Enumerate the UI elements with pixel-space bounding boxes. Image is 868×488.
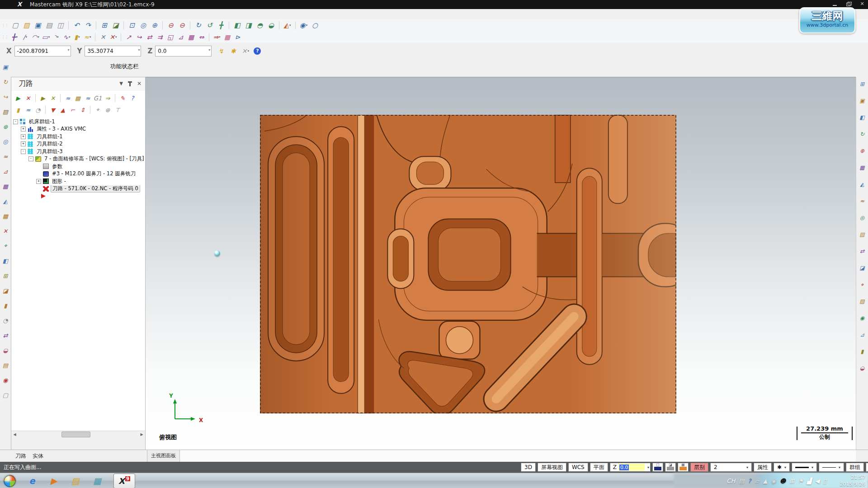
- right-toolbar-icon-1[interactable]: ⊞: [858, 80, 866, 88]
- right-toolbar-icon-2[interactable]: ▣: [858, 97, 866, 104]
- menu-item[interactable]: [118, 9, 129, 19]
- right-toolbar-icon-18[interactable]: ◒: [858, 365, 866, 372]
- chevron-down-icon[interactable]: ▾: [138, 48, 140, 52]
- left-mru-icon-12[interactable]: ✕: [1, 227, 9, 235]
- xform-project-icon[interactable]: ⊿: [175, 32, 186, 42]
- left-mru-icon-10[interactable]: ◭: [1, 197, 9, 205]
- redo-icon[interactable]: ↷: [82, 20, 94, 30]
- menu-item[interactable]: [12, 9, 24, 19]
- menu-item[interactable]: [59, 9, 71, 19]
- right-toolbar-icon-13[interactable]: ⌖: [858, 281, 866, 288]
- verify-icon[interactable]: ▩: [73, 94, 83, 103]
- graphics-viewport[interactable]: Y X 俯视图 27.239 mm 公制: [146, 77, 856, 450]
- left-mru-icon-7[interactable]: ≈: [1, 153, 9, 160]
- restore-button[interactable]: [845, 1, 852, 7]
- ie-icon[interactable]: e: [27, 475, 38, 486]
- left-mru-icon-1[interactable]: ▣: [1, 63, 9, 70]
- qq-icon[interactable]: ☻: [780, 478, 786, 484]
- y-coordinate-input[interactable]: 35.30774 ▾: [85, 46, 141, 56]
- pan-icon[interactable]: ╋: [215, 20, 226, 30]
- main-view-panel-tab[interactable]: 主视图面板: [147, 450, 180, 462]
- right-toolbar-icon-17[interactable]: ▮: [858, 348, 866, 355]
- wcs-button[interactable]: WCS: [568, 463, 588, 472]
- left-mru-icon-17[interactable]: ▮: [1, 302, 9, 309]
- right-toolbar-icon-10[interactable]: ▤: [858, 231, 866, 238]
- ghost-operations-icon[interactable]: ◔: [33, 105, 43, 114]
- trim-toolpath-icon[interactable]: ⌖: [93, 105, 103, 114]
- scrollbar-thumb[interactable]: [61, 432, 90, 437]
- chevron-down-icon[interactable]: ▾: [746, 465, 748, 469]
- left-mru-icon-20[interactable]: ◒: [1, 347, 9, 354]
- left-mru-icon-6[interactable]: ◎: [1, 138, 9, 145]
- print-icon[interactable]: ▤: [43, 20, 55, 30]
- right-toolbar-icon-3[interactable]: ◧: [858, 114, 866, 121]
- left-mru-icon-11[interactable]: ▩: [1, 212, 9, 220]
- restore-tray-icon[interactable]: ▱: [755, 478, 759, 484]
- explorer-icon[interactable]: ▨: [70, 475, 81, 486]
- create-spline-icon[interactable]: ∿: [61, 32, 72, 42]
- show-hidden-icon[interactable]: ▲: [763, 478, 767, 484]
- regen-selected-icon[interactable]: ▶: [38, 94, 48, 103]
- left-mru-icon-15[interactable]: ⊞: [1, 272, 9, 279]
- volume-icon[interactable]: ◀: [815, 478, 820, 484]
- left-mru-icon-23[interactable]: ▢: [1, 391, 9, 399]
- tree-expander[interactable]: +: [36, 179, 41, 184]
- menu-item[interactable]: [24, 9, 35, 19]
- z-coordinate-input[interactable]: 0.0 ▾: [155, 46, 212, 56]
- menu-item[interactable]: [0, 9, 12, 19]
- right-toolbar-icon-14[interactable]: ▨: [858, 298, 866, 305]
- left-mru-icon-19[interactable]: ⇄: [1, 332, 9, 339]
- g1-code-icon[interactable]: G1: [93, 94, 103, 103]
- shading-icon[interactable]: ◉: [298, 20, 309, 30]
- tree-expander[interactable]: -: [13, 119, 18, 124]
- create-point-icon[interactable]: ╋: [9, 32, 20, 42]
- select-geometry-icon[interactable]: ⊕: [103, 105, 113, 114]
- right-toolbar-icon-5[interactable]: ⊕: [858, 147, 866, 155]
- create-fillet-icon[interactable]: ◝: [51, 32, 61, 42]
- zoom-target-icon[interactable]: ◎: [137, 20, 149, 30]
- print-preview-icon[interactable]: ◫: [55, 20, 66, 30]
- side-view-icon[interactable]: ◓: [254, 20, 265, 30]
- tool-plane-chip[interactable]: ◪: [665, 463, 676, 472]
- panel-horizontal-scrollbar[interactable]: ◀ ▶: [11, 431, 145, 438]
- regen-invalid-icon[interactable]: ✕: [48, 94, 58, 103]
- tree-operation-7[interactable]: - 7 - 曲面精修等高 - [WCS: 俯视图] - [刀具]: [28, 155, 145, 163]
- clear-selection-icon[interactable]: ✕: [240, 46, 251, 56]
- wireframe-icon[interactable]: ○: [309, 20, 321, 30]
- zoom-previous-icon[interactable]: ⊖: [165, 20, 176, 30]
- xform-offset-icon[interactable]: ⇉: [155, 32, 165, 42]
- create-line-icon[interactable]: ∕: [20, 32, 30, 42]
- xform-translate-icon[interactable]: ↗: [123, 32, 134, 42]
- xform-array-icon[interactable]: ▦: [186, 32, 196, 42]
- undo-icon[interactable]: ↶: [71, 20, 82, 30]
- wcs-cube-icon[interactable]: ◭: [282, 20, 293, 30]
- grid-icon[interactable]: ▦: [222, 32, 232, 42]
- select-all-operations-icon[interactable]: ▶: [13, 94, 23, 103]
- status-help-button[interactable]: ?: [866, 463, 868, 472]
- tree-expander[interactable]: -: [21, 149, 26, 154]
- repaint-icon[interactable]: ◪: [110, 20, 121, 30]
- menu-item[interactable]: [94, 9, 106, 19]
- line-style-select[interactable]: ▾: [819, 463, 844, 472]
- left-mru-icon-14[interactable]: ◧: [1, 257, 9, 264]
- iso-view-icon[interactable]: ◒: [265, 20, 277, 30]
- run-addin-icon[interactable]: ⊳: [232, 32, 243, 42]
- menu-item[interactable]: [35, 9, 47, 19]
- menu-item[interactable]: [129, 9, 141, 19]
- attributes-button[interactable]: 属性: [754, 463, 772, 472]
- delete-icon[interactable]: ✕: [108, 32, 118, 42]
- dynamic-rotate-icon[interactable]: ↻: [193, 20, 204, 30]
- open-file-icon[interactable]: ▨: [21, 20, 32, 30]
- post-process-icon[interactable]: ⇒: [103, 94, 113, 103]
- zoom-in-icon[interactable]: ⊕: [149, 20, 160, 30]
- scroll-insert-icon[interactable]: ⇕: [78, 105, 88, 114]
- move-up-icon[interactable]: ▲: [58, 105, 68, 114]
- model-canvas[interactable]: [260, 115, 676, 413]
- flag-icon[interactable]: ⚑: [798, 478, 803, 484]
- minimize-button[interactable]: [832, 1, 838, 7]
- insert-arrow-marker[interactable]: [41, 194, 46, 198]
- create-solid-icon[interactable]: ▮: [72, 32, 82, 42]
- left-mru-icon-21[interactable]: ▤: [1, 361, 9, 369]
- scroll-left-icon[interactable]: ◀: [11, 431, 18, 438]
- help-tray-icon[interactable]: ?: [748, 478, 751, 484]
